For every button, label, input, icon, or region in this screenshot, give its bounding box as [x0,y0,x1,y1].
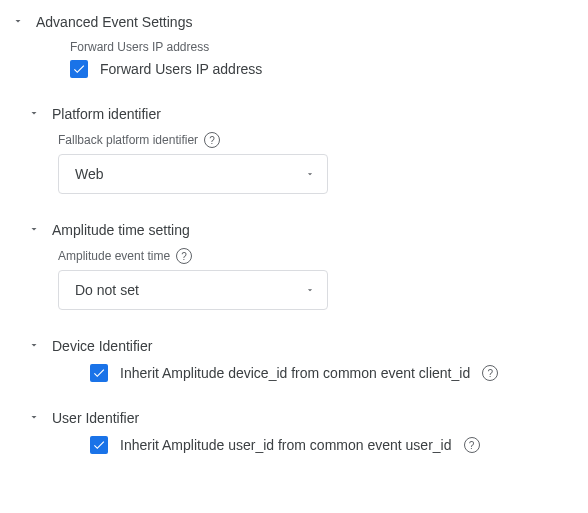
chevron-down-icon [12,14,24,30]
help-icon[interactable]: ? [204,132,220,148]
help-icon[interactable]: ? [176,248,192,264]
inherit-device-id-checkbox[interactable] [90,364,108,382]
amplitude-event-time-value: Do not set [75,282,139,298]
fallback-platform-select[interactable]: Web [58,154,328,194]
inherit-user-id-checkbox[interactable] [90,436,108,454]
advanced-settings-header[interactable]: Advanced Event Settings [12,8,588,36]
help-icon[interactable]: ? [464,437,480,453]
device-identifier-header[interactable]: Device Identifier [28,338,588,354]
dropdown-arrow-icon [305,282,315,298]
amplitude-event-time-label: Amplitude event time [58,249,170,263]
fallback-platform-label: Fallback platform identifier [58,133,198,147]
device-identifier-title: Device Identifier [52,338,152,354]
user-identifier-header[interactable]: User Identifier [28,410,588,426]
user-identifier-title: User Identifier [52,410,139,426]
chevron-down-icon [28,338,40,354]
platform-identifier-header[interactable]: Platform identifier [28,106,588,122]
platform-identifier-title: Platform identifier [52,106,161,122]
dropdown-arrow-icon [305,166,315,182]
forward-ip-checkbox-label: Forward Users IP address [100,61,262,77]
forward-ip-checkbox[interactable] [70,60,88,78]
amplitude-time-title: Amplitude time setting [52,222,190,238]
chevron-down-icon [28,222,40,238]
fallback-platform-value: Web [75,166,104,182]
inherit-device-id-label: Inherit Amplitude device_id from common … [120,365,470,381]
help-icon[interactable]: ? [482,365,498,381]
chevron-down-icon [28,410,40,426]
inherit-user-id-label: Inherit Amplitude user_id from common ev… [120,437,452,453]
chevron-down-icon [28,106,40,122]
amplitude-time-header[interactable]: Amplitude time setting [28,222,588,238]
amplitude-event-time-select[interactable]: Do not set [58,270,328,310]
forward-ip-label: Forward Users IP address [70,40,588,54]
advanced-settings-title: Advanced Event Settings [36,14,192,30]
